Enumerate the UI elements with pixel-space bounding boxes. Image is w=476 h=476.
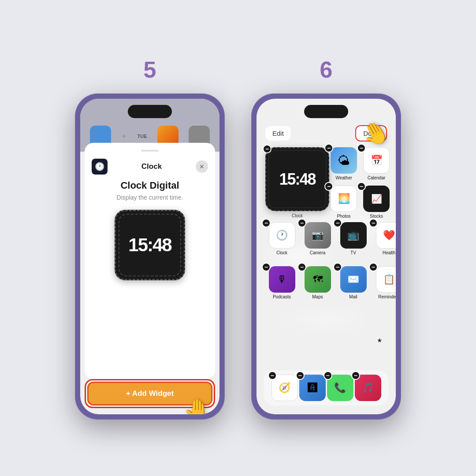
clock-widget-label: Clock	[292, 213, 303, 218]
app-stocks[interactable]: − 📈 Stocks	[361, 186, 392, 223]
safari-minus[interactable]: −	[268, 371, 277, 380]
app-camera[interactable]: − 📷 Camera	[301, 222, 334, 255]
podcasts-icon: 🎙	[269, 266, 295, 293]
reminders-minus[interactable]: −	[369, 263, 378, 271]
phone-inner-step6: Edit Done − 15:48 Clock − 🌤 Weather	[257, 99, 396, 414]
phone-minus[interactable]: −	[324, 371, 332, 380]
mail-icon: ✉️	[340, 266, 367, 293]
clock-icon: 🕐	[269, 222, 295, 249]
widget-preview-time: 15:48	[128, 234, 171, 256]
widget-description: Display the current time.	[117, 194, 183, 201]
app-weather[interactable]: − 🌤 Weather	[328, 147, 360, 185]
dock-phone[interactable]: − 📞	[327, 375, 353, 401]
app-calendar[interactable]: − 📅 Calendar	[361, 147, 392, 185]
apps-top-right: − 🌤 Weather − 📅 Calendar − 🌅 Photos	[328, 147, 392, 223]
mail-minus[interactable]: −	[333, 263, 342, 271]
app-tv[interactable]: − 📺 TV	[337, 222, 370, 255]
weather-minus[interactable]: −	[324, 144, 333, 152]
dynamic-island-6	[304, 105, 348, 118]
weather-icon: 🌤	[331, 147, 357, 174]
widget-name: Clock Digital	[120, 180, 179, 191]
close-button[interactable]: ✕	[196, 160, 208, 173]
maps-label: Maps	[312, 294, 323, 299]
clock-widget-home: − 15:48 Clock	[265, 147, 329, 211]
panel-app-name: Clock	[141, 162, 162, 171]
stocks-label: Stocks	[370, 214, 383, 219]
dock-music[interactable]: − 🎵	[355, 375, 381, 401]
step-5-number: 5	[144, 56, 156, 83]
podcasts-minus[interactable]: −	[262, 263, 271, 271]
health-icon: ❤️	[376, 222, 396, 249]
step-6-number: 6	[320, 56, 333, 83]
phone-inner-step5: ✦ TUE 🕐 Clock ✕ Clock Digital Display th…	[80, 99, 219, 414]
appstore-minus[interactable]: −	[296, 371, 305, 380]
main-container: 5 ✦ TUE 🕐 Clock ✕	[57, 39, 419, 437]
app-mail[interactable]: − ✉️ Mail	[337, 266, 370, 299]
tv-minus[interactable]: −	[333, 219, 342, 227]
phone-step5: ✦ TUE 🕐 Clock ✕ Clock Digital Display th…	[75, 93, 225, 420]
reminders-icon: 📋	[376, 266, 396, 293]
star-decoration-1: ★	[377, 337, 383, 344]
home-widget-time: 15:48	[279, 170, 315, 189]
clock-app-icon: 🕐	[92, 159, 108, 175]
apps-row2: − 🕐 Clock − 📷 Camera − 📺 TV	[265, 222, 392, 255]
health-minus[interactable]: −	[369, 219, 378, 227]
tv-icon: 📺	[340, 222, 367, 249]
podcasts-label: Podcasts	[273, 294, 291, 299]
stocks-icon: 📈	[363, 186, 390, 212]
bg-sparkle: ✦	[121, 132, 127, 141]
apps-row3: − 🎙 Podcasts − 🗺 Maps − ✉️ Mail	[265, 266, 392, 299]
edit-button[interactable]: Edit	[265, 126, 291, 141]
calendar-icon: 📅	[363, 147, 390, 174]
clock-minus[interactable]: −	[262, 219, 271, 227]
maps-minus[interactable]: −	[298, 263, 306, 271]
reminders-label: Reminders	[378, 294, 396, 299]
bg-day: TUE	[137, 134, 147, 139]
app-clock[interactable]: − 🕐 Clock	[265, 222, 298, 255]
phone-step6: Edit Done − 15:48 Clock − 🌤 Weather	[251, 93, 401, 420]
dock-appstore[interactable]: − 🅰	[299, 375, 326, 401]
camera-icon: 📷	[305, 222, 331, 249]
music-minus[interactable]: −	[351, 371, 360, 380]
photos-icon: 🌅	[331, 186, 357, 212]
dynamic-island-5	[128, 105, 172, 118]
stocks-minus[interactable]: −	[357, 182, 366, 191]
photos-minus[interactable]: −	[324, 182, 333, 191]
dock-safari[interactable]: − 🧭	[271, 375, 298, 401]
step-5: 5 ✦ TUE 🕐 Clock ✕	[75, 56, 225, 420]
widget-preview: 15:48	[115, 210, 185, 280]
widget-minus-badge[interactable]: −	[263, 145, 271, 153]
clock-label: Clock	[276, 250, 287, 255]
camera-label: Camera	[310, 250, 326, 255]
mail-label: Mail	[349, 294, 357, 299]
widget-panel: 🕐 Clock ✕ Clock Digital Display the curr…	[85, 143, 215, 379]
maps-icon: 🗺	[305, 266, 331, 293]
app-reminders[interactable]: − 📋 Reminders	[372, 266, 396, 299]
app-photos[interactable]: − 🌅 Photos	[328, 186, 360, 223]
drag-handle	[141, 150, 159, 152]
app-health[interactable]: − ❤️ Health	[372, 222, 396, 255]
calendar-minus[interactable]: −	[357, 144, 366, 152]
dock: − 🧭 − 🅰 − 📞 − 🎵	[264, 370, 389, 405]
app-podcasts[interactable]: − 🎙 Podcasts	[265, 266, 298, 299]
step-6: 6 Edit Done − 15:48 Clock	[251, 56, 401, 420]
app-maps[interactable]: − 🗺 Maps	[301, 266, 334, 299]
panel-header: 🕐 Clock ✕	[92, 159, 208, 175]
photos-label: Photos	[337, 214, 350, 219]
hand-cursor-step5: 🤚	[183, 398, 211, 414]
weather-label: Weather	[335, 175, 352, 180]
calendar-label: Calendar	[368, 175, 386, 180]
camera-minus[interactable]: −	[298, 219, 306, 227]
health-label: Health	[383, 250, 395, 255]
tv-label: TV	[350, 250, 356, 255]
